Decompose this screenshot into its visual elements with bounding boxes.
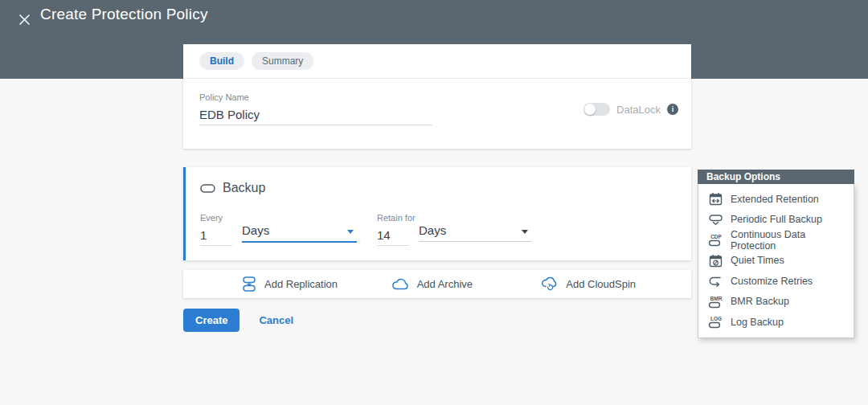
toggle-knob bbox=[584, 104, 596, 115]
datalock-toggle[interactable] bbox=[583, 103, 610, 116]
datalock-control: DataLock i bbox=[583, 103, 678, 116]
backup-option-customize-retries[interactable]: Customize Retries bbox=[698, 271, 854, 292]
footer-actions: Create Cancel bbox=[183, 309, 293, 332]
close-icon bbox=[18, 14, 31, 26]
backup-options-list: Extended Retention Periodic Full Backup … bbox=[698, 184, 854, 338]
tab-bar: Build Summary bbox=[183, 44, 691, 79]
option-label: Extended Retention bbox=[731, 194, 819, 205]
backup-card-title: Backup bbox=[223, 181, 265, 195]
option-label: Customize Retries bbox=[731, 276, 813, 287]
add-archive-label: Add Archive bbox=[417, 278, 473, 290]
tab-build[interactable]: Build bbox=[199, 52, 244, 70]
every-input[interactable] bbox=[200, 227, 232, 246]
add-cloudspin-button[interactable]: Add CloudSpin bbox=[541, 276, 691, 292]
backup-option-quiet-times[interactable]: Quiet Times bbox=[698, 251, 854, 272]
create-protection-policy-screen: Create Protection Policy Build Summary P… bbox=[0, 0, 868, 405]
bmr-backup-icon: BMR bbox=[707, 295, 723, 309]
policy-name-label: Policy Name bbox=[199, 92, 249, 102]
log-backup-icon: LOG bbox=[707, 315, 723, 329]
page-title: Create Protection Policy bbox=[40, 6, 208, 23]
periodic-full-backup-icon bbox=[707, 214, 723, 226]
option-label: Quiet Times bbox=[731, 255, 784, 266]
info-icon[interactable]: i bbox=[667, 104, 678, 115]
every-unit-value: Days bbox=[242, 223, 269, 237]
add-replication-label: Add Replication bbox=[264, 278, 338, 290]
retain-label: Retain for bbox=[377, 213, 416, 223]
every-label: Every bbox=[200, 213, 223, 223]
backup-option-bmr-backup[interactable]: BMR BMR Backup bbox=[698, 292, 854, 313]
replication-icon bbox=[241, 276, 257, 292]
option-label: BMR Backup bbox=[731, 296, 789, 307]
add-cloudspin-label: Add CloudSpin bbox=[566, 278, 636, 290]
quiet-times-icon bbox=[707, 254, 723, 268]
close-button[interactable] bbox=[13, 8, 35, 31]
policy-card: Build Summary Policy Name DataLock i bbox=[183, 44, 691, 149]
every-unit-select[interactable]: Days bbox=[242, 223, 357, 243]
svg-text:BMR: BMR bbox=[710, 295, 723, 301]
cancel-button[interactable]: Cancel bbox=[259, 314, 293, 326]
backup-option-extended-retention[interactable]: Extended Retention bbox=[698, 189, 854, 210]
policy-card-body: Policy Name DataLock i bbox=[183, 79, 691, 148]
retain-input[interactable] bbox=[377, 227, 409, 246]
svg-text:CDP: CDP bbox=[710, 234, 722, 239]
backup-options-panel: Backup Options Extended Retention bbox=[698, 170, 854, 338]
datalock-label: DataLock bbox=[616, 104, 661, 116]
backup-card-header: Backup bbox=[200, 181, 265, 195]
every-field: Every bbox=[200, 210, 232, 246]
archive-cloud-icon bbox=[391, 278, 410, 291]
backup-card: Backup Every Days Retain for Days bbox=[183, 167, 691, 260]
option-label: Periodic Full Backup bbox=[731, 214, 822, 225]
retain-field: Retain for bbox=[377, 210, 416, 246]
cloudspin-icon bbox=[541, 276, 559, 292]
tab-summary[interactable]: Summary bbox=[252, 52, 313, 70]
create-button[interactable]: Create bbox=[183, 309, 240, 332]
backup-option-continuous-data-protection[interactable]: CDP Continuous Data Protection bbox=[698, 230, 854, 251]
backup-option-log-backup[interactable]: LOG Log Backup bbox=[698, 312, 854, 333]
option-label: Continuous Data Protection bbox=[731, 229, 845, 252]
chevron-down-icon bbox=[522, 230, 528, 234]
backup-option-periodic-full-backup[interactable]: Periodic Full Backup bbox=[698, 210, 854, 231]
backup-capsule-icon bbox=[200, 183, 215, 194]
cdp-icon: CDP bbox=[707, 233, 723, 247]
svg-text:LOG: LOG bbox=[710, 316, 722, 321]
add-targets-row: Add Replication Add Archive Add CloudSpi… bbox=[183, 270, 691, 298]
option-label: Log Backup bbox=[731, 317, 784, 328]
retain-unit-value: Days bbox=[419, 223, 446, 237]
backup-options-header: Backup Options bbox=[698, 170, 854, 184]
retain-unit-field: Days bbox=[419, 210, 531, 242]
extended-retention-icon bbox=[707, 192, 723, 206]
every-unit-field: Days bbox=[242, 210, 357, 243]
chevron-down-icon bbox=[347, 230, 354, 234]
add-archive-button[interactable]: Add Archive bbox=[391, 278, 542, 291]
add-replication-button[interactable]: Add Replication bbox=[241, 276, 391, 292]
customize-retries-icon bbox=[707, 275, 723, 288]
policy-name-input[interactable] bbox=[199, 106, 432, 125]
retain-unit-select[interactable]: Days bbox=[419, 223, 531, 242]
policy-name-field: Policy Name bbox=[199, 89, 432, 125]
